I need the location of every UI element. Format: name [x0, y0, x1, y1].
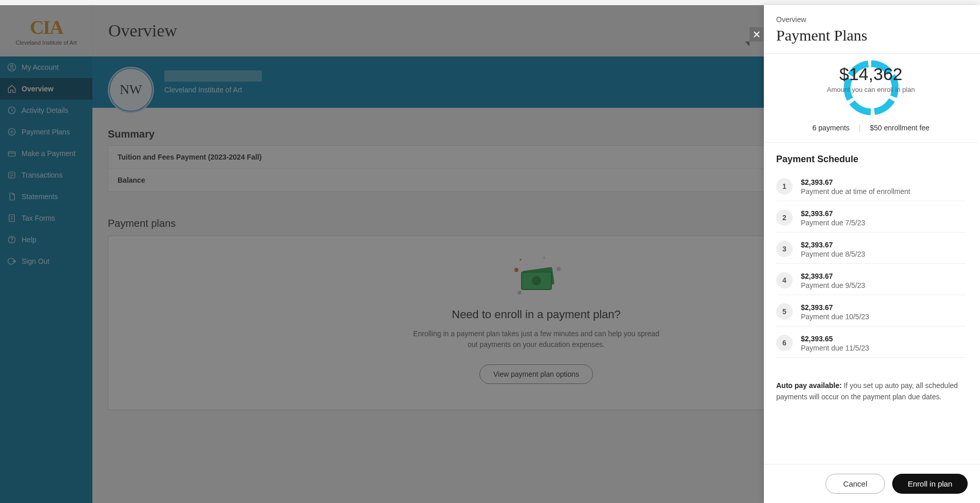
- cancel-button[interactable]: Cancel: [825, 474, 886, 494]
- panel-footer: Cancel Enroll in plan: [764, 464, 980, 503]
- modal-scrim[interactable]: [0, 5, 764, 503]
- schedule-item: 6 $2,393.65 Payment due 11/5/23: [776, 331, 966, 358]
- meta-fee: $50 enrollment fee: [870, 124, 930, 132]
- schedule-num: 4: [776, 272, 793, 288]
- schedule-num: 5: [776, 303, 793, 320]
- panel-title: Payment Plans: [776, 27, 968, 44]
- schedule-due: Payment due 7/5/23: [801, 219, 865, 227]
- schedule-due: Payment due 8/5/23: [801, 250, 865, 258]
- donut-chart: $14,362 Amount you can enroll in plan: [820, 57, 923, 119]
- enroll-amount-sub: Amount you can enroll in plan: [820, 86, 923, 94]
- payment-schedule: Payment Schedule 1 $2,393.67 Payment due…: [764, 143, 978, 374]
- panel-header: Overview Payment Plans: [764, 5, 980, 54]
- meta-sep: |: [859, 124, 861, 132]
- schedule-due: Payment due 9/5/23: [801, 281, 865, 289]
- schedule-due: Payment due at time of enrollment: [801, 187, 910, 196]
- panel-breadcrumb: Overview: [776, 15, 968, 24]
- schedule-num: 2: [776, 209, 793, 226]
- schedule-num: 1: [776, 178, 793, 195]
- schedule-item: 1 $2,393.67 Payment due at time of enrol…: [776, 174, 966, 201]
- schedule-item: 5 $2,393.67 Payment due 10/5/23: [776, 299, 966, 326]
- schedule-num: 6: [776, 335, 793, 351]
- schedule-amount: $2,393.67: [801, 209, 865, 218]
- autopay-label: Auto pay available:: [776, 381, 842, 390]
- schedule-item: 3 $2,393.67 Payment due 8/5/23: [776, 237, 966, 264]
- payment-plans-panel: Overview Payment Plans $14,362 Amount yo…: [764, 5, 980, 503]
- meta-payments: 6 payments: [813, 124, 850, 132]
- schedule-item: 2 $2,393.67 Payment due 7/5/23: [776, 205, 966, 233]
- schedule-amount: $2,393.67: [801, 178, 910, 186]
- close-icon: [753, 30, 761, 38]
- schedule-due: Payment due 10/5/23: [801, 313, 869, 321]
- amount-block: $14,362 Amount you can enroll in plan 6 …: [764, 54, 978, 143]
- schedule-amount: $2,393.65: [801, 335, 869, 343]
- plan-meta: 6 payments | $50 enrollment fee: [764, 124, 978, 132]
- schedule-num: 3: [776, 241, 793, 257]
- schedule-item: 4 $2,393.67 Payment due 9/5/23: [776, 268, 966, 295]
- close-button[interactable]: [750, 27, 764, 42]
- schedule-title: Payment Schedule: [776, 154, 966, 165]
- schedule-amount: $2,393.67: [801, 241, 865, 249]
- schedule-due: Payment due 11/5/23: [801, 344, 869, 352]
- enroll-button[interactable]: Enroll in plan: [892, 474, 968, 494]
- schedule-amount: $2,393.67: [801, 303, 869, 312]
- panel-scroll[interactable]: $14,362 Amount you can enroll in plan 6 …: [764, 54, 980, 464]
- schedule-amount: $2,393.67: [801, 272, 865, 280]
- autopay-note: Auto pay available: If you set up auto p…: [764, 374, 978, 415]
- enroll-amount: $14,362: [820, 64, 923, 84]
